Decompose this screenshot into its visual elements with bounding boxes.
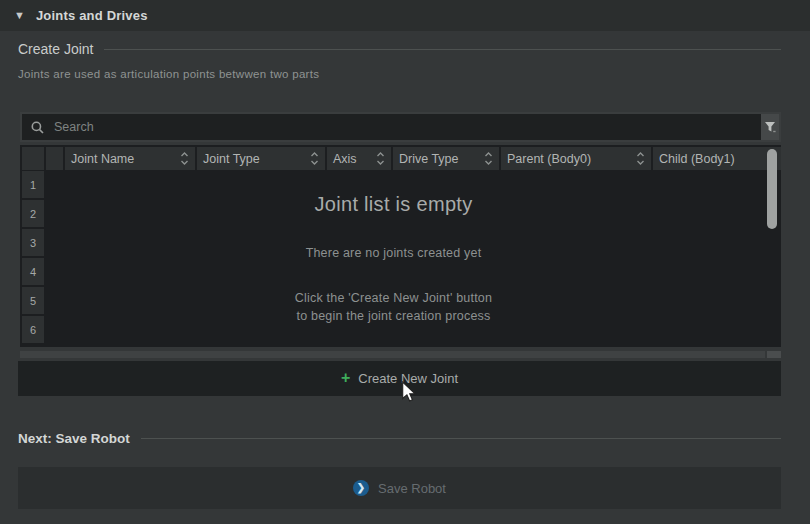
save-robot-button[interactable]: ❯ Save Robot xyxy=(18,467,781,509)
filter-button[interactable] xyxy=(761,114,779,140)
search-input-container[interactable] xyxy=(22,114,761,140)
panel-header[interactable]: ▼ Joints and Drives xyxy=(0,0,810,31)
search-bar xyxy=(20,112,781,142)
section-divider xyxy=(141,438,781,439)
panel-title: Joints and Drives xyxy=(36,8,148,23)
create-joint-section-heading: Create Joint xyxy=(18,41,781,57)
column-header-parent-body0[interactable]: Parent (Body0) xyxy=(501,147,651,170)
search-icon xyxy=(31,121,44,134)
column-header-drive-type[interactable]: Drive Type xyxy=(393,147,499,170)
create-new-joint-label: Create New Joint xyxy=(358,371,458,386)
row-number-header xyxy=(22,147,44,170)
column-label: Axis xyxy=(333,152,357,166)
column-label: Parent (Body0) xyxy=(507,152,591,166)
empty-state-title: Joint list is empty xyxy=(20,193,767,216)
collapse-triangle-icon[interactable]: ▼ xyxy=(14,10,25,21)
empty-state-hint-line2: to begin the joint creation process xyxy=(20,307,767,325)
column-label: Joint Type xyxy=(203,152,260,166)
empty-state-hint-line1: Click the 'Create New Joint' button xyxy=(20,289,767,307)
section-divider xyxy=(104,49,781,50)
row-number-cell[interactable]: 4 xyxy=(22,258,44,285)
column-label: Drive Type xyxy=(399,152,459,166)
sort-icon[interactable] xyxy=(176,151,189,166)
chevron-glyph: ❯ xyxy=(357,483,365,493)
empty-state-subtitle: There are no joints created yet xyxy=(20,246,767,260)
section-title: Create Joint xyxy=(18,41,93,57)
column-header-joint-name[interactable]: Joint Name xyxy=(65,147,195,170)
joint-table-header-row: Joint Name Joint Type Axis Drive Type Pa… xyxy=(22,147,781,170)
empty-state-hint: Click the 'Create New Joint' button to b… xyxy=(20,289,767,325)
plus-icon: + xyxy=(341,370,350,386)
save-robot-section-heading: Next: Save Robot xyxy=(18,431,781,446)
column-label: Child (Body1) xyxy=(659,152,735,166)
section-title: Next: Save Robot xyxy=(18,431,130,446)
scrollbar-corner xyxy=(767,351,781,358)
sort-icon[interactable] xyxy=(306,151,319,166)
horizontal-scrollbar-track[interactable] xyxy=(20,351,765,358)
column-header-axis[interactable]: Axis xyxy=(327,147,391,170)
filter-funnel-icon xyxy=(764,121,776,133)
column-header-child-body1[interactable]: Child (Body1) xyxy=(653,147,781,170)
joint-table: Joint Name Joint Type Axis Drive Type Pa… xyxy=(20,145,781,347)
selector-column-header xyxy=(46,147,63,170)
column-header-joint-type[interactable]: Joint Type xyxy=(197,147,325,170)
sort-icon[interactable] xyxy=(480,151,493,166)
sort-icon[interactable] xyxy=(780,151,781,166)
vertical-scrollbar-thumb[interactable] xyxy=(767,149,777,229)
section-description: Joints are used as articulation points b… xyxy=(18,68,319,80)
chevron-right-circle-icon: ❯ xyxy=(353,480,369,496)
search-input[interactable] xyxy=(52,119,761,135)
save-robot-label: Save Robot xyxy=(378,481,446,496)
sort-icon[interactable] xyxy=(372,151,385,166)
create-new-joint-button[interactable]: + Create New Joint xyxy=(18,361,781,396)
sort-icon[interactable] xyxy=(632,151,645,166)
column-label: Joint Name xyxy=(71,152,134,166)
